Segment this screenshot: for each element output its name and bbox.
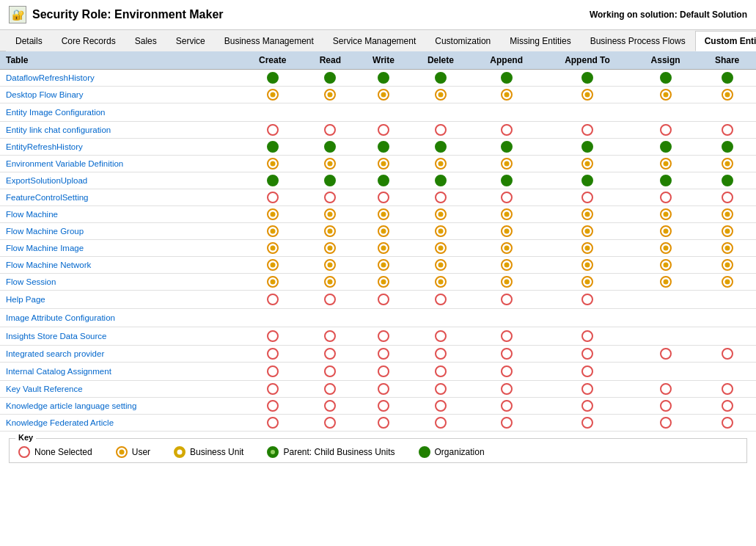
- cell-delete[interactable]: [410, 291, 471, 309]
- cell-write[interactable]: [356, 189, 410, 206]
- cell-appendTo[interactable]: [542, 274, 633, 291]
- cell-appendTo[interactable]: [542, 122, 633, 139]
- cell-read[interactable]: [304, 189, 356, 206]
- row-name[interactable]: Flow Machine Image: [0, 240, 241, 257]
- tab-custom-entities[interactable]: Custom Entities: [695, 31, 756, 51]
- cell-appendTo[interactable]: [542, 139, 633, 156]
- cell-delete[interactable]: [410, 309, 471, 327]
- cell-share[interactable]: [698, 172, 756, 189]
- cell-read[interactable]: [304, 103, 356, 122]
- cell-assign[interactable]: [633, 309, 698, 327]
- cell-create[interactable]: [241, 346, 304, 363]
- cell-appendTo[interactable]: [542, 415, 633, 432]
- cell-share[interactable]: [698, 70, 756, 87]
- cell-delete[interactable]: [410, 87, 471, 103]
- cell-read[interactable]: [304, 327, 356, 346]
- cell-share[interactable]: [698, 189, 756, 206]
- cell-append[interactable]: [471, 70, 542, 87]
- cell-append[interactable]: [471, 122, 542, 139]
- cell-assign[interactable]: [633, 156, 698, 172]
- cell-delete[interactable]: [410, 274, 471, 291]
- cell-read[interactable]: [304, 70, 356, 87]
- cell-write[interactable]: [356, 291, 410, 309]
- cell-delete[interactable]: [410, 172, 471, 189]
- cell-create[interactable]: [241, 398, 304, 415]
- cell-append[interactable]: [471, 432, 542, 433]
- cell-write[interactable]: [356, 122, 410, 139]
- cell-share[interactable]: [698, 309, 756, 327]
- cell-share[interactable]: [698, 257, 756, 274]
- cell-share[interactable]: [698, 223, 756, 240]
- cell-write[interactable]: [356, 156, 410, 172]
- cell-append[interactable]: [471, 87, 542, 103]
- cell-read[interactable]: [304, 415, 356, 432]
- cell-read[interactable]: [304, 206, 356, 223]
- cell-appendTo[interactable]: [542, 172, 633, 189]
- cell-delete[interactable]: [410, 139, 471, 156]
- row-name[interactable]: Integrated search provider: [0, 346, 241, 363]
- cell-append[interactable]: [471, 346, 542, 363]
- cell-assign[interactable]: [633, 274, 698, 291]
- cell-delete[interactable]: [410, 346, 471, 363]
- cell-appendTo[interactable]: [542, 156, 633, 172]
- cell-appendTo[interactable]: [542, 189, 633, 206]
- cell-share[interactable]: [698, 381, 756, 398]
- cell-appendTo[interactable]: [542, 103, 633, 122]
- cell-assign[interactable]: [633, 291, 698, 309]
- row-name[interactable]: Environment Variable Definition: [0, 156, 241, 172]
- cell-appendTo[interactable]: [542, 327, 633, 346]
- cell-write[interactable]: [356, 206, 410, 223]
- cell-delete[interactable]: [410, 223, 471, 240]
- cell-write[interactable]: [356, 415, 410, 432]
- cell-share[interactable]: [698, 274, 756, 291]
- cell-assign[interactable]: [633, 139, 698, 156]
- cell-delete[interactable]: [410, 240, 471, 257]
- row-name[interactable]: Flow Machine: [0, 206, 241, 223]
- cell-create[interactable]: [241, 415, 304, 432]
- tab-service[interactable]: Service: [166, 31, 215, 51]
- cell-assign[interactable]: [633, 87, 698, 103]
- cell-read[interactable]: [304, 381, 356, 398]
- cell-delete[interactable]: [410, 103, 471, 122]
- cell-create[interactable]: [241, 309, 304, 327]
- cell-share[interactable]: [698, 346, 756, 363]
- row-name[interactable]: Flow Session: [0, 274, 241, 291]
- cell-assign[interactable]: [633, 327, 698, 346]
- cell-read[interactable]: [304, 291, 356, 309]
- cell-create[interactable]: [241, 206, 304, 223]
- cell-delete[interactable]: [410, 189, 471, 206]
- cell-appendTo[interactable]: [542, 398, 633, 415]
- cell-appendTo[interactable]: [542, 240, 633, 257]
- cell-appendTo[interactable]: [542, 381, 633, 398]
- cell-append[interactable]: [471, 156, 542, 172]
- cell-delete[interactable]: [410, 257, 471, 274]
- row-name[interactable]: ExportSolutionUpload: [0, 172, 241, 189]
- cell-read[interactable]: [304, 346, 356, 363]
- tab-sales[interactable]: Sales: [125, 31, 166, 51]
- cell-create[interactable]: [241, 240, 304, 257]
- cell-assign[interactable]: [633, 346, 698, 363]
- cell-read[interactable]: [304, 432, 356, 433]
- cell-append[interactable]: [471, 172, 542, 189]
- cell-read[interactable]: [304, 122, 356, 139]
- cell-read[interactable]: [304, 87, 356, 103]
- cell-write[interactable]: [356, 274, 410, 291]
- cell-append[interactable]: [471, 240, 542, 257]
- cell-delete[interactable]: [410, 122, 471, 139]
- cell-append[interactable]: [471, 363, 542, 381]
- tab-customization[interactable]: Customization: [425, 31, 500, 51]
- cell-delete[interactable]: [410, 206, 471, 223]
- cell-read[interactable]: [304, 172, 356, 189]
- row-name[interactable]: Image Attribute Configuration: [0, 309, 241, 327]
- cell-create[interactable]: [241, 172, 304, 189]
- cell-share[interactable]: [698, 363, 756, 381]
- cell-share[interactable]: [698, 415, 756, 432]
- row-name[interactable]: Internal Catalog Assignment: [0, 363, 241, 381]
- tab-core-records[interactable]: Core Records: [52, 31, 125, 51]
- cell-append[interactable]: [471, 189, 542, 206]
- cell-delete[interactable]: [410, 432, 471, 433]
- cell-assign[interactable]: [633, 103, 698, 122]
- cell-create[interactable]: [241, 381, 304, 398]
- cell-read[interactable]: [304, 309, 356, 327]
- cell-assign[interactable]: [633, 189, 698, 206]
